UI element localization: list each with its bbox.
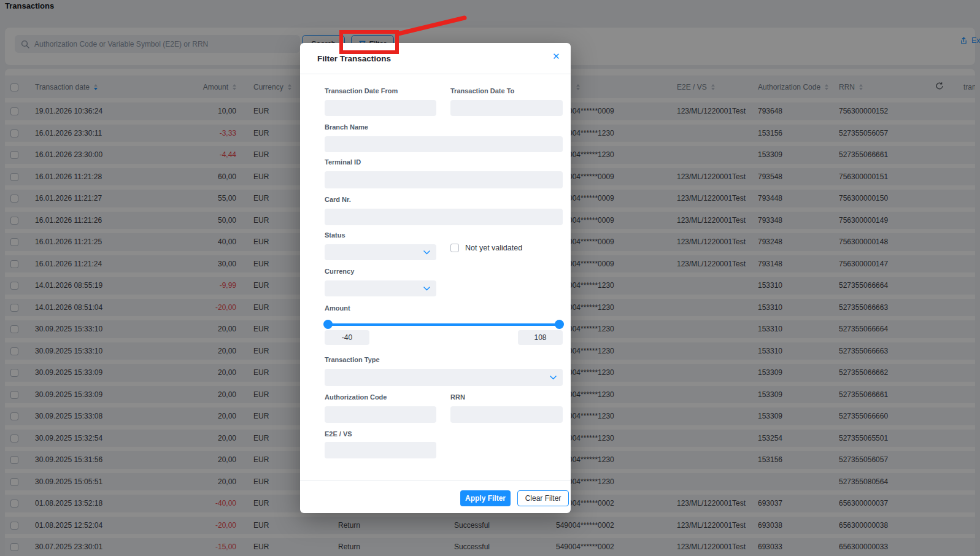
- date-to-input[interactable]: [450, 100, 563, 116]
- slider-track[interactable]: [325, 323, 563, 326]
- not-validated-row: Not yet validated: [450, 244, 522, 252]
- apply-filter-button[interactable]: Apply Filter: [460, 490, 511, 506]
- card-nr-label: Card Nr.: [325, 196, 351, 203]
- authorization-code-label: Authorization Code: [325, 393, 387, 401]
- date-from-label: Transaction Date From: [325, 87, 398, 95]
- branch-name-input[interactable]: [325, 136, 563, 152]
- terminal-id-input[interactable]: [325, 171, 563, 188]
- chevron-down-icon: [423, 287, 430, 291]
- slider-handle-min[interactable]: [323, 320, 333, 329]
- modal-title: Filter Transactions: [317, 54, 391, 63]
- transaction-type-label: Transaction Type: [325, 356, 380, 363]
- status-label: Status: [325, 231, 345, 239]
- transaction-type-select[interactable]: [325, 369, 563, 386]
- amount-label: Amount: [325, 304, 350, 312]
- close-icon[interactable]: ✕: [552, 52, 560, 61]
- currency-select[interactable]: [325, 280, 436, 296]
- amount-max-value: 108: [518, 330, 563, 345]
- authorization-code-input[interactable]: [325, 406, 436, 423]
- amount-min-value: -40: [325, 330, 369, 345]
- chevron-down-icon: [550, 376, 557, 380]
- date-from-input[interactable]: [325, 100, 436, 116]
- rrn-input[interactable]: [450, 406, 563, 423]
- status-select[interactable]: [325, 244, 436, 260]
- card-nr-input[interactable]: [325, 209, 563, 225]
- not-validated-label: Not yet validated: [465, 244, 522, 252]
- slider-handle-max[interactable]: [555, 320, 564, 329]
- e2e-vs-input[interactable]: [325, 442, 436, 458]
- chevron-down-icon: [423, 250, 430, 255]
- date-to-label: Transaction Date To: [450, 87, 514, 95]
- not-validated-checkbox[interactable]: [450, 244, 459, 252]
- clear-filter-button[interactable]: Clear Filter: [517, 490, 569, 506]
- branch-name-label: Branch Name: [325, 123, 368, 131]
- currency-label: Currency: [325, 268, 354, 275]
- terminal-id-label: Terminal ID: [325, 158, 361, 166]
- filter-modal: Filter Transactions ✕ Transaction Date F…: [300, 43, 571, 513]
- amount-range-slider: [325, 320, 563, 329]
- rrn-label: RRN: [450, 393, 465, 401]
- divider: [300, 480, 571, 481]
- e2e-vs-label: E2E / VS: [325, 430, 352, 438]
- divider: [300, 74, 571, 74]
